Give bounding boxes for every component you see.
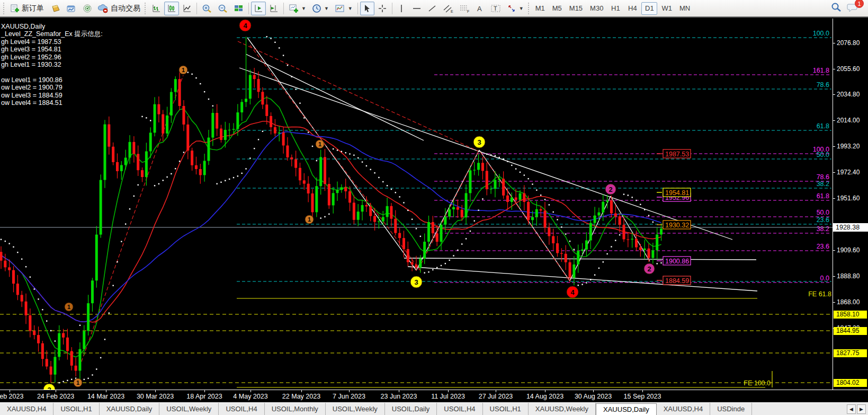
candle-chart-icon bbox=[167, 4, 176, 13]
timeframe-button-M15[interactable]: M15 bbox=[566, 2, 586, 15]
date-tick bbox=[155, 390, 156, 392]
fib-level-label: 23.6 bbox=[817, 216, 829, 224]
template-icon bbox=[335, 4, 345, 13]
svg-text:1: 1 bbox=[76, 379, 79, 386]
fe-label: FE 100.0 bbox=[744, 379, 771, 387]
svg-text:1884.59: 1884.59 bbox=[665, 277, 689, 285]
new-chart-button[interactable]: ▼ bbox=[286, 2, 309, 15]
chart-tab-XAUUSD-Daily[interactable]: XAUUSD,Daily bbox=[100, 403, 160, 415]
chevron-down-icon: ▼ bbox=[519, 6, 524, 11]
text-button[interactable]: A bbox=[473, 2, 487, 15]
date-tick bbox=[545, 390, 545, 392]
fib-level-label: 38.2 bbox=[817, 225, 829, 233]
timeframe-button-H4[interactable]: H4 bbox=[624, 2, 640, 15]
trendline-button[interactable] bbox=[425, 2, 440, 15]
date-label: 7 Jun 2023 bbox=[333, 393, 365, 400]
chart-tab-bar: XAUUSD,H4USOIL,H1XAUUSD,DailyUSOIL,Weekl… bbox=[0, 402, 868, 415]
chart-tab-USOIL-Weekly[interactable]: USOIL,Weekly bbox=[159, 403, 219, 415]
date-axis[interactable]: Feb 202324 Feb 202314 Mar 202330 Mar 202… bbox=[0, 390, 868, 402]
chart-shift-button[interactable] bbox=[266, 2, 281, 15]
chart-tab-XAUUSD-H4[interactable]: XAUUSD,H4 bbox=[657, 403, 710, 415]
svg-text:1900.86: 1900.86 bbox=[665, 258, 689, 265]
search-icon[interactable] bbox=[831, 2, 842, 14]
chart-area[interactable]: 100.078.661.850.038.223.6161.8100.078.66… bbox=[0, 19, 868, 390]
chart-tab-USOIL-Monthly[interactable]: USOIL,Monthly bbox=[265, 403, 326, 415]
bar-chart-button[interactable] bbox=[149, 2, 164, 15]
fib-level-label: 78.6 bbox=[817, 173, 829, 181]
indicator-info-panel: XAUUSD,Daily _Level_ZZ_Semafor_Ex 提示信息: … bbox=[1, 23, 103, 107]
history-center-button[interactable] bbox=[64, 2, 79, 15]
chart-tab-USOIL-Daily[interactable]: USOIL,Daily bbox=[385, 403, 437, 415]
hline-icon bbox=[412, 4, 422, 13]
date-tick bbox=[349, 390, 350, 392]
periods-button[interactable]: ▼ bbox=[309, 2, 332, 15]
chart-tab-XAUUSD-H4[interactable]: XAUUSD,H4 bbox=[0, 403, 53, 415]
tab-scroll-left[interactable]: ◀ bbox=[847, 404, 856, 414]
autotrade-button[interactable]: 自动交易 bbox=[95, 2, 143, 15]
price-axis[interactable]: 2076.802055.602034.802014.001993.201972.… bbox=[833, 19, 868, 390]
timeframe-button-D1[interactable]: D1 bbox=[641, 2, 657, 15]
price-level-box: 1844.95 bbox=[834, 327, 867, 335]
price-tag: 1930.32 bbox=[657, 220, 691, 229]
timeframe-button-M30[interactable]: M30 bbox=[587, 2, 606, 15]
chart-tab-USDinde[interactable]: USDinde bbox=[710, 403, 752, 415]
tile-windows-button[interactable] bbox=[231, 2, 246, 15]
cursor-button[interactable] bbox=[360, 2, 374, 15]
semafor-marker: 2 bbox=[644, 263, 655, 274]
timeframe-button-M5[interactable]: M5 bbox=[549, 2, 565, 15]
timeframe-button-M1[interactable]: M1 bbox=[532, 2, 548, 15]
price-tag: 1987.53 bbox=[657, 149, 691, 158]
chart-tab-USOIL-Weekly[interactable]: USOIL,Weekly bbox=[326, 403, 385, 415]
zoom-in-button[interactable] bbox=[199, 2, 214, 15]
svg-text:T: T bbox=[494, 5, 497, 12]
timeframe-button-MN[interactable]: MN bbox=[676, 2, 693, 15]
chart-tab-USOIL-H1[interactable]: USOIL,H1 bbox=[483, 403, 529, 415]
history-chart-icon bbox=[66, 4, 77, 13]
toolbar-grip bbox=[3, 3, 6, 14]
timeframe-button-W1[interactable]: W1 bbox=[658, 2, 675, 15]
date-tick bbox=[204, 390, 205, 392]
svg-text:F: F bbox=[467, 10, 469, 13]
price-chart[interactable]: 100.078.661.850.038.223.6161.8100.078.66… bbox=[0, 19, 833, 390]
svg-text:1: 1 bbox=[67, 304, 70, 310]
fibonacci-button[interactable]: F bbox=[457, 2, 472, 15]
horizontal-line-button[interactable] bbox=[409, 2, 424, 15]
crosshair-button[interactable] bbox=[375, 2, 390, 15]
svg-text:A: A bbox=[477, 5, 482, 13]
chart-tab-XAUUSD-Daily[interactable]: XAUUSD,Daily bbox=[596, 403, 657, 415]
svg-text:2: 2 bbox=[647, 265, 651, 273]
svg-text:4: 4 bbox=[570, 288, 575, 296]
timeframe-group: M1M5M15M30H1H4D1W1MN bbox=[532, 2, 693, 15]
new-order-button[interactable]: 新订单 bbox=[7, 2, 47, 15]
chart-tab-USOIL-H1[interactable]: USOIL,H1 bbox=[53, 403, 99, 415]
gold-button[interactable] bbox=[47, 2, 63, 15]
arrows-button[interactable]: ▼ bbox=[504, 2, 526, 15]
tab-scroll-right[interactable]: ▶ bbox=[857, 404, 866, 414]
zoom-out-icon bbox=[218, 4, 228, 13]
vline-icon bbox=[398, 4, 405, 13]
date-tick bbox=[642, 390, 643, 392]
line-chart-button[interactable] bbox=[180, 2, 194, 15]
chat-button[interactable]: 1 bbox=[847, 2, 858, 14]
chart-tab-USOIL-H4[interactable]: USOIL,H4 bbox=[437, 403, 482, 415]
semafor-marker: 4 bbox=[567, 286, 578, 298]
equidistant-channel-button[interactable]: E bbox=[440, 2, 456, 15]
date-tick bbox=[399, 390, 399, 392]
template-button[interactable]: ▼ bbox=[332, 2, 355, 15]
chart-tab-XAUUSD-Weekly[interactable]: XAUUSD,Weekly bbox=[529, 403, 596, 415]
market-watch-button[interactable] bbox=[80, 2, 95, 15]
semafor-marker: 2 bbox=[605, 184, 616, 195]
auto-scroll-button[interactable] bbox=[251, 2, 266, 15]
svg-text:4: 4 bbox=[243, 22, 247, 30]
vertical-line-button[interactable] bbox=[395, 2, 409, 15]
chart-tab-USOIL-H4[interactable]: USOIL,H4 bbox=[219, 403, 264, 415]
semafor-marker: 1 bbox=[65, 303, 73, 311]
semafor-marker: 3 bbox=[473, 136, 485, 148]
price-tag: 1884.59 bbox=[657, 276, 691, 285]
semafor-marker: 1 bbox=[74, 378, 82, 387]
text-label-button[interactable]: T bbox=[488, 2, 504, 15]
zoom-out-button[interactable] bbox=[215, 2, 230, 15]
date-label: 22 May 2023 bbox=[282, 393, 320, 400]
timeframe-button-H1[interactable]: H1 bbox=[607, 2, 623, 15]
candle-chart-button[interactable] bbox=[164, 2, 179, 15]
